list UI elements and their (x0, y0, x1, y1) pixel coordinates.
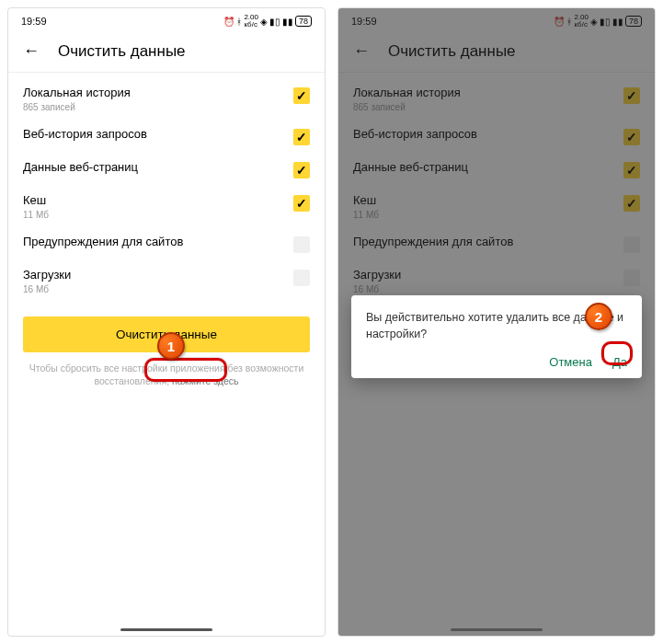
status-time: 19:59 (21, 16, 47, 27)
page-title: Очистить данные (58, 42, 186, 61)
bluetooth-icon: ᚼ (236, 17, 242, 27)
cancel-button[interactable]: Отмена (549, 355, 592, 369)
header: ← Очистить данные (8, 34, 325, 72)
row-sub: 865 записей (23, 102, 293, 112)
checkbox[interactable]: ✓ (293, 162, 310, 178)
status-icons: ⏰ ᚼ 2.00кб/с ◈ ▮▯ ▮▮ 78 (223, 14, 312, 29)
status-bar: 19:59 ⏰ ᚼ 2.00кб/с ◈ ▮▯ ▮▮ 78 (8, 8, 325, 34)
battery-icon: 78 (295, 16, 312, 27)
callout-box-1 (144, 358, 227, 382)
row-label: Предупреждения для сайтов (23, 235, 293, 250)
dialog-actions: Отмена Да (366, 355, 627, 369)
signal-icon: ▮▯ (269, 17, 280, 27)
row-web-history[interactable]: Веб-история запросов ✓ (8, 120, 325, 153)
row-site-warnings[interactable]: Предупреждения для сайтов (8, 227, 325, 260)
row-label: Локальная история (23, 86, 293, 101)
back-icon[interactable]: ← (23, 41, 40, 61)
callout-badge-1: 1 (157, 332, 185, 360)
net-speed-icon: 2.00кб/с (244, 14, 258, 29)
callout-box-2 (601, 341, 633, 365)
row-label: Веб-история запросов (23, 127, 293, 143)
row-label: Загрузки (23, 268, 293, 283)
alarm-icon: ⏰ (223, 17, 234, 27)
home-indicator[interactable] (120, 628, 212, 631)
phone-left: 19:59 ⏰ ᚼ 2.00кб/с ◈ ▮▯ ▮▮ 78 ← Очистить… (7, 7, 326, 637)
checkbox[interactable]: ✓ (293, 195, 310, 212)
row-sub: 16 Мб (23, 284, 293, 294)
home-indicator[interactable] (451, 628, 543, 631)
checkbox[interactable]: ✓ (293, 129, 310, 145)
row-local-history[interactable]: Локальная история 865 записей ✓ (8, 78, 325, 120)
phone-right: 19:59 ⏰ ᚼ 2.00кб/с ◈ ▮▯ ▮▮ 78 ← Очистить… (337, 7, 656, 637)
checkbox[interactable] (293, 270, 310, 286)
checkbox[interactable] (293, 236, 310, 253)
row-sub: 11 Мб (23, 210, 293, 220)
checkbox[interactable]: ✓ (293, 87, 310, 104)
row-webpage-data[interactable]: Данные веб-страниц ✓ (8, 153, 325, 186)
signal-icon-2: ▮▮ (282, 17, 293, 27)
row-downloads[interactable]: Загрузки 16 Мб (8, 260, 325, 302)
callout-badge-2: 2 (585, 303, 612, 330)
row-label: Данные веб-страниц (23, 160, 293, 176)
row-label: Кеш (23, 193, 293, 209)
wifi-icon: ◈ (260, 17, 268, 27)
row-cache[interactable]: Кеш 11 Мб ✓ (8, 186, 325, 227)
